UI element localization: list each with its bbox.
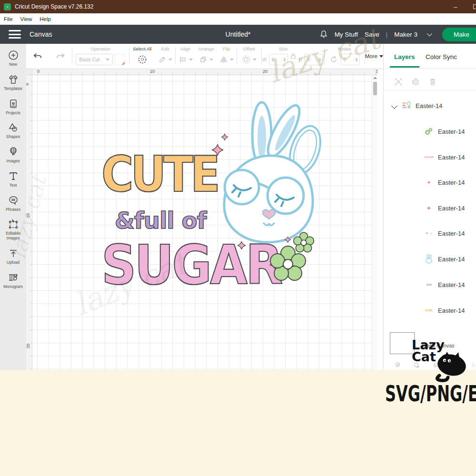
- save-link[interactable]: Save: [365, 31, 379, 38]
- cricut-logo-icon: c: [4, 3, 11, 10]
- sidebar-item-phrases[interactable]: Phrases: [0, 195, 26, 212]
- layer-row[interactable]: SUGAR Easter-14: [384, 150, 476, 164]
- sidebar-item-templates[interactable]: Templates: [0, 74, 26, 91]
- edit-pencil-icon[interactable]: [158, 55, 167, 64]
- height-input[interactable]: 0: [304, 54, 323, 65]
- tab-color-sync[interactable]: Color Sync: [426, 53, 457, 60]
- chevron-down-icon[interactable]: [391, 103, 397, 109]
- select-frame-icon[interactable]: [394, 78, 403, 86]
- design-sparkle[interactable]: [238, 241, 246, 249]
- notifications-bell-icon[interactable]: [319, 30, 328, 39]
- horizontal-ruler: 0 10 20 30: [32, 69, 377, 75]
- design-flower-small[interactable]: [293, 232, 315, 254]
- rotate-icon[interactable]: [329, 55, 338, 64]
- layer-row[interactable]: ✦ ⋆ Easter-14: [384, 227, 476, 240]
- black-cat-logo-icon: [430, 349, 469, 383]
- more-button[interactable]: More: [365, 53, 383, 59]
- tab-layers[interactable]: Layers: [394, 53, 415, 60]
- arrange-label: Arrange: [196, 46, 217, 51]
- my-stuff-link[interactable]: My Stuff: [335, 31, 358, 38]
- rotate-input[interactable]: 0: [341, 54, 360, 65]
- shapes-icon: [8, 122, 19, 133]
- speech-bubble-icon: [8, 195, 19, 206]
- scroll-up-arrow[interactable]: [373, 77, 377, 79]
- sidebar-item-monogram[interactable]: Monogram: [0, 272, 26, 289]
- chevron-down-icon: [106, 59, 109, 61]
- duplicate-icon[interactable]: [411, 78, 420, 86]
- select-all-icon[interactable]: [137, 54, 148, 65]
- flip-icon[interactable]: [219, 55, 228, 64]
- canvas-area[interactable]: 0 10 20 30 0 10 20 CUTE &full of SUGAR: [26, 69, 377, 370]
- design-text-cute[interactable]: CUTE: [101, 146, 218, 203]
- canvas-nav-label[interactable]: Canvas: [30, 30, 52, 38]
- sidebar-item-shapes[interactable]: Shapes: [0, 122, 26, 139]
- width-input[interactable]: 0: [269, 54, 288, 65]
- layer-row[interactable]: CUTE Easter-14: [384, 304, 476, 317]
- sidebar-item-new[interactable]: New: [0, 50, 26, 67]
- minimize-button[interactable]: –: [448, 0, 463, 13]
- edit-toolbar: Operation Basic Cut Select All Edit Alig…: [26, 44, 383, 69]
- design-sparkle[interactable]: [212, 144, 223, 156]
- make-it-button[interactable]: Make: [442, 28, 476, 41]
- design-sparkle[interactable]: [285, 237, 291, 243]
- layer-group-easter-14[interactable]: Easter-14: [384, 99, 476, 112]
- width-stepper[interactable]: [281, 58, 288, 62]
- machine-chevron-down-icon[interactable]: [427, 31, 432, 36]
- blank-canvas-thumbnail[interactable]: [390, 332, 415, 354]
- ruler-mark: 10: [150, 69, 155, 74]
- lock-icon[interactable]: [290, 53, 296, 60]
- chevron-down-icon[interactable]: [169, 59, 172, 61]
- new-plus-icon: [8, 50, 19, 61]
- height-label: H: [298, 57, 302, 62]
- rotate-stepper[interactable]: [353, 58, 359, 62]
- chevron-down-icon[interactable]: [253, 59, 257, 61]
- layer-row[interactable]: ✦ Easter-14: [384, 201, 476, 215]
- operation-label: Operation: [72, 46, 129, 51]
- design-text-full-of[interactable]: &full of: [115, 207, 206, 234]
- undo-icon[interactable]: [32, 51, 43, 61]
- flip-label: Flip: [217, 46, 237, 51]
- machine-selector[interactable]: Maker 3: [394, 31, 417, 38]
- layer-row[interactable]: ✦ Easter-14: [384, 176, 476, 189]
- scrollbar-thumb[interactable]: [373, 82, 377, 95]
- offset-icon[interactable]: [241, 55, 251, 64]
- canvas-vertical-scrollbar[interactable]: [372, 75, 377, 370]
- hamburger-menu-icon[interactable]: [9, 30, 21, 39]
- align-label: Align: [176, 46, 196, 51]
- layer-row[interactable]: &full Easter-14: [384, 278, 476, 291]
- redo-icon[interactable]: [55, 51, 66, 61]
- upload-arrow-icon: [8, 248, 19, 259]
- menu-file[interactable]: File: [4, 16, 13, 22]
- operation-dropdown[interactable]: Basic Cut: [76, 54, 113, 65]
- pink-sparkle-thumb: ✦: [424, 177, 434, 188]
- align-icon[interactable]: [178, 55, 187, 64]
- maximize-button[interactable]: [473, 4, 476, 9]
- sidebar-item-images[interactable]: Images: [0, 146, 26, 164]
- design-bunny-graphic[interactable]: [216, 93, 321, 245]
- chevron-down-icon[interactable]: [230, 59, 234, 61]
- app-title: Cricut Design Space v7.26.132: [15, 3, 93, 10]
- sidebar-item-text[interactable]: Text: [0, 170, 26, 188]
- sidebar-item-upload[interactable]: Upload: [0, 248, 26, 265]
- layer-row[interactable]: Easter-14: [384, 252, 476, 266]
- group-icon[interactable]: [394, 360, 401, 370]
- chevron-down-icon[interactable]: [209, 59, 213, 61]
- sidebar-item-editable-images[interactable]: Editable Images: [0, 218, 26, 241]
- header-divider: |: [386, 31, 388, 38]
- operation-color-swatch[interactable]: [115, 54, 125, 65]
- group-thumbnail: [401, 100, 412, 111]
- sidebar-item-projects[interactable]: Projects: [0, 98, 26, 116]
- purple-text-thumb: &full: [424, 279, 434, 290]
- trash-icon[interactable]: [428, 78, 437, 86]
- chevron-down-icon[interactable]: [189, 59, 193, 61]
- width-label: W: [262, 57, 267, 62]
- arrange-icon[interactable]: [199, 55, 208, 64]
- menu-help[interactable]: Help: [40, 16, 51, 22]
- layer-row[interactable]: Easter-14: [384, 125, 476, 138]
- menu-view[interactable]: View: [20, 16, 32, 22]
- design-sparkle[interactable]: [221, 134, 228, 140]
- height-stepper[interactable]: [317, 58, 323, 62]
- edit-label: Edit: [155, 46, 175, 51]
- select-all-label: Select All: [129, 46, 155, 51]
- refresh-icon[interactable]: [471, 360, 476, 370]
